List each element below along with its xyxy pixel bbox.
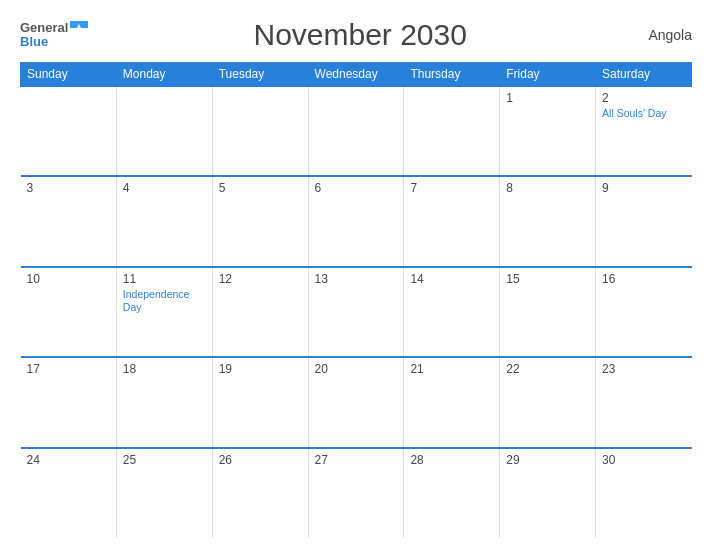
calendar-cell: 20: [308, 357, 404, 447]
calendar-cell: 28: [404, 448, 500, 538]
calendar-cell: 13: [308, 267, 404, 357]
calendar-cell: 26: [212, 448, 308, 538]
col-wednesday: Wednesday: [308, 63, 404, 87]
col-tuesday: Tuesday: [212, 63, 308, 87]
day-number: 2: [602, 91, 685, 105]
calendar-cell: 22: [500, 357, 596, 447]
day-number: 14: [410, 272, 493, 286]
day-number: 16: [602, 272, 685, 286]
calendar-cell: [116, 86, 212, 176]
day-number: 20: [315, 362, 398, 376]
calendar-cell: 21: [404, 357, 500, 447]
day-number: 15: [506, 272, 589, 286]
col-saturday: Saturday: [596, 63, 692, 87]
calendar-cell: 2All Souls' Day: [596, 86, 692, 176]
calendar-cell: 29: [500, 448, 596, 538]
day-number: 25: [123, 453, 206, 467]
page: General Blue November 2030 Angola Sunday…: [0, 0, 712, 550]
calendar-cell: 18: [116, 357, 212, 447]
calendar-cell: 7: [404, 176, 500, 266]
calendar-week-row: 17181920212223: [21, 357, 692, 447]
calendar-cell: [212, 86, 308, 176]
logo-general-text: General: [20, 21, 68, 35]
calendar-cell: 14: [404, 267, 500, 357]
day-number: 9: [602, 181, 685, 195]
day-number: 23: [602, 362, 685, 376]
day-number: 30: [602, 453, 685, 467]
day-number: 3: [27, 181, 110, 195]
day-number: 4: [123, 181, 206, 195]
col-friday: Friday: [500, 63, 596, 87]
calendar-cell: [404, 86, 500, 176]
calendar-cell: [308, 86, 404, 176]
calendar-cell: 6: [308, 176, 404, 266]
day-number: 29: [506, 453, 589, 467]
day-number: 18: [123, 362, 206, 376]
calendar: Sunday Monday Tuesday Wednesday Thursday…: [20, 62, 692, 538]
day-number: 12: [219, 272, 302, 286]
calendar-cell: 27: [308, 448, 404, 538]
month-title: November 2030: [88, 18, 632, 52]
calendar-cell: 16: [596, 267, 692, 357]
calendar-header-row: Sunday Monday Tuesday Wednesday Thursday…: [21, 63, 692, 87]
calendar-cell: 9: [596, 176, 692, 266]
calendar-cell: 10: [21, 267, 117, 357]
calendar-cell: 23: [596, 357, 692, 447]
calendar-cell: 24: [21, 448, 117, 538]
calendar-cell: 5: [212, 176, 308, 266]
holiday-label: All Souls' Day: [602, 107, 685, 121]
logo-flag-icon: [70, 21, 88, 35]
day-number: 22: [506, 362, 589, 376]
day-number: 10: [27, 272, 110, 286]
calendar-cell: 25: [116, 448, 212, 538]
day-number: 5: [219, 181, 302, 195]
calendar-cell: 4: [116, 176, 212, 266]
day-number: 11: [123, 272, 206, 286]
calendar-cell: 3: [21, 176, 117, 266]
day-number: 27: [315, 453, 398, 467]
col-sunday: Sunday: [21, 63, 117, 87]
col-monday: Monday: [116, 63, 212, 87]
logo-blue-text: Blue: [20, 35, 48, 49]
day-number: 13: [315, 272, 398, 286]
calendar-week-row: 3456789: [21, 176, 692, 266]
day-number: 8: [506, 181, 589, 195]
calendar-cell: 17: [21, 357, 117, 447]
calendar-week-row: 1011Independence Day1213141516: [21, 267, 692, 357]
country-label: Angola: [632, 27, 692, 43]
header: General Blue November 2030 Angola: [20, 18, 692, 52]
day-number: 17: [27, 362, 110, 376]
calendar-cell: 11Independence Day: [116, 267, 212, 357]
holiday-label: Independence Day: [123, 288, 206, 315]
day-number: 19: [219, 362, 302, 376]
logo: General Blue: [20, 21, 88, 50]
calendar-cell: [21, 86, 117, 176]
calendar-cell: 30: [596, 448, 692, 538]
calendar-cell: 12: [212, 267, 308, 357]
calendar-cell: 19: [212, 357, 308, 447]
day-number: 24: [27, 453, 110, 467]
day-number: 26: [219, 453, 302, 467]
col-thursday: Thursday: [404, 63, 500, 87]
calendar-week-row: 24252627282930: [21, 448, 692, 538]
calendar-cell: 15: [500, 267, 596, 357]
calendar-week-row: 12All Souls' Day: [21, 86, 692, 176]
day-number: 28: [410, 453, 493, 467]
calendar-cell: 8: [500, 176, 596, 266]
day-number: 6: [315, 181, 398, 195]
calendar-cell: 1: [500, 86, 596, 176]
day-number: 7: [410, 181, 493, 195]
day-number: 21: [410, 362, 493, 376]
day-number: 1: [506, 91, 589, 105]
